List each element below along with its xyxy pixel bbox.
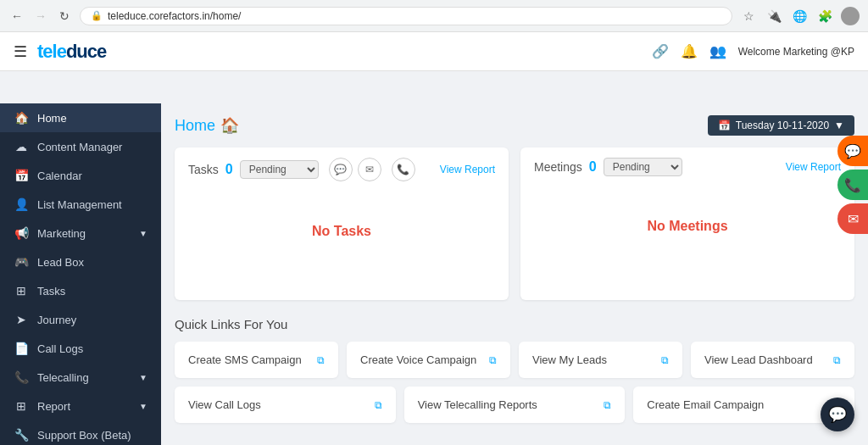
tasks-widget: Tasks 0 Pending Completed All 💬 ✉ [175,147,509,300]
quick-link-email-campaign-label: Create Email Campaign [647,398,764,411]
home-icon: 🏠 [14,111,29,125]
top-nav-right: 🔗 🔔 👥 Welcome Marketing @KP [652,43,854,59]
telecalling-arrow-icon: ▼ [139,373,147,382]
quick-link-voice[interactable]: Create Voice Campaign ⧉ [347,342,510,378]
star-icon[interactable]: ☆ [739,7,758,25]
float-phone-btn[interactable]: 📞 [837,170,868,200]
leadbox-icon: 🎮 [14,255,29,269]
browser-icons: ☆ 🔌 🌐 🧩 [739,7,860,25]
quick-links-row1: Create SMS Campaign ⧉ Create Voice Campa… [175,342,854,378]
tasks-view-report[interactable]: View Report [440,164,495,175]
tasks-mail-icon-btn[interactable]: ✉ [358,158,381,181]
tasks-phone-icon-btn[interactable]: 📞 [392,158,415,181]
quick-link-lead-dashboard[interactable]: View Lead Dashboard ⧉ [691,342,854,378]
meetings-widget: Meetings 0 Pending Completed All View Re… [520,147,854,300]
sidebar: 🏠 Home ☁ Content Manager 📅 Calendar 👤 Li… [0,103,161,445]
sidebar-label-content-manager: Content Manager [37,141,147,153]
meetings-title: Meetings [534,160,582,174]
reload-button[interactable]: ↻ [56,8,73,25]
brand-logo: teleduce [37,41,106,63]
sidebar-label-journey: Journey [37,314,147,326]
meetings-widget-header: Meetings 0 Pending Completed All View Re… [534,158,841,176]
sidebar-item-tasks[interactable]: ⊞ Tasks [0,276,161,305]
float-buttons: 💬 📞 ✉ [837,136,868,234]
page-title: Home 🏠 [175,116,239,135]
quick-link-sms[interactable]: Create SMS Campaign ⧉ [175,342,338,378]
ext-link-icon-calllogs: ⧉ [375,399,382,411]
ext-icon1[interactable]: 🔌 [765,7,783,25]
date-badge[interactable]: 📅 Tuesday 10-11-2020 ▼ [708,115,854,136]
quick-link-call-logs-label: View Call Logs [188,398,261,411]
sidebar-item-journey[interactable]: ➤ Journey [0,305,161,334]
browser-bar: ← → ↻ 🔒 teleduce.corefactors.in/home/ ☆ … [0,0,868,32]
tasks-filter-select[interactable]: Pending Completed All [240,160,319,179]
welcome-text: Welcome Marketing @KP [738,46,854,58]
meetings-no-data: No Meetings [534,219,841,234]
quick-link-telecalling-reports[interactable]: View Telecalling Reports ⧉ [404,387,626,423]
marketing-icon: 📢 [14,226,29,240]
journey-icon: ➤ [14,313,29,326]
ext-link-icon-telecalling: ⧉ [604,399,611,411]
sidebar-label-marketing: Marketing [37,227,131,240]
browser-avatar[interactable] [841,7,860,25]
sidebar-item-content-manager[interactable]: ☁ Content Manager [0,132,161,161]
float-mail-btn[interactable]: ✉ [837,203,868,234]
link-icon[interactable]: 🔗 [652,43,669,59]
quick-links-section: Quick Links For You Create SMS Campaign … [175,317,854,423]
calllogs-icon: 📄 [14,342,29,355]
main-content: Home 🏠 📅 Tuesday 10-11-2020 ▼ Tasks 0 Pe… [161,103,868,445]
meetings-count: 0 [589,159,597,175]
sidebar-item-support-box[interactable]: 🔧 Support Box (Beta) [0,420,161,445]
tasks-filter[interactable]: Pending Completed All [240,160,319,179]
tasks-chat-icon-btn[interactable]: 💬 [329,158,353,181]
quick-link-my-leads[interactable]: View My Leads ⧉ [519,342,682,378]
sidebar-item-home[interactable]: 🏠 Home [0,103,161,132]
sidebar-label-calendar: Calendar [37,170,147,182]
support-icon: 🔧 [14,428,29,442]
sidebar-item-lead-box[interactable]: 🎮 Lead Box [0,248,161,276]
back-button[interactable]: ← [8,8,25,25]
lock-icon: 🔒 [91,10,103,21]
tasks-count: 0 [225,162,233,177]
meetings-filter-select[interactable]: Pending Completed All [604,158,682,176]
sidebar-item-marketing[interactable]: 📢 Marketing ▼ [0,219,161,248]
tasks-icon: ⊞ [14,284,29,298]
sidebar-label-telecalling: Telecalling [37,371,131,384]
ext-icon3[interactable]: 🧩 [815,7,834,25]
float-chat-btn[interactable]: 💬 [837,136,868,166]
meetings-view-report[interactable]: View Report [786,161,841,173]
sidebar-label-list-management: List Management [37,198,147,211]
forward-button[interactable]: → [32,8,49,25]
hamburger-icon[interactable]: ☰ [14,42,27,61]
sidebar-label-home: Home [37,112,147,125]
ext-icon2[interactable]: 🌐 [790,7,809,25]
sidebar-item-list-management[interactable]: 👤 List Management [0,190,161,219]
widgets-row: Tasks 0 Pending Completed All 💬 ✉ [175,147,854,300]
tasks-no-data: No Tasks [188,224,495,239]
ext-link-icon-voice: ⧉ [489,354,497,366]
date-badge-arrow: ▼ [834,120,844,131]
sidebar-label-call-logs: Call Logs [37,342,147,355]
sidebar-item-calendar[interactable]: 📅 Calendar [0,161,161,190]
sidebar-label-report: Report [37,400,131,413]
tasks-widget-header: Tasks 0 Pending Completed All 💬 ✉ [188,158,495,181]
meetings-filter[interactable]: Pending Completed All [604,158,682,176]
address-bar[interactable]: 🔒 teleduce.corefactors.in/home/ [80,7,732,25]
users-icon[interactable]: 👥 [709,43,726,59]
notification-icon[interactable]: 🔔 [681,43,698,59]
sidebar-label-support-box: Support Box (Beta) [37,429,147,442]
sidebar-label-tasks: Tasks [37,285,147,298]
sidebar-item-telecalling[interactable]: 📞 Telecalling ▼ [0,363,161,392]
page-header: Home 🏠 📅 Tuesday 10-11-2020 ▼ [175,115,854,136]
cloud-icon: ☁ [14,140,29,153]
top-nav: ☰ teleduce 🔗 🔔 👥 Welcome Marketing @KP [0,32,868,71]
quick-links-title: Quick Links For You [175,317,854,331]
sidebar-item-report[interactable]: ⊞ Report ▼ [0,392,161,420]
quick-link-call-logs[interactable]: View Call Logs ⧉ [175,387,396,423]
chat-bubble[interactable]: 💬 [821,398,854,431]
quick-link-lead-dashboard-label: View Lead Dashboard [704,353,813,366]
telecalling-icon: 📞 [14,370,29,384]
sidebar-item-call-logs[interactable]: 📄 Call Logs [0,334,161,363]
app-wrapper: 🏠 Home ☁ Content Manager 📅 Calendar 👤 Li… [0,32,868,445]
quick-links-row2: View Call Logs ⧉ View Telecalling Report… [175,387,854,423]
